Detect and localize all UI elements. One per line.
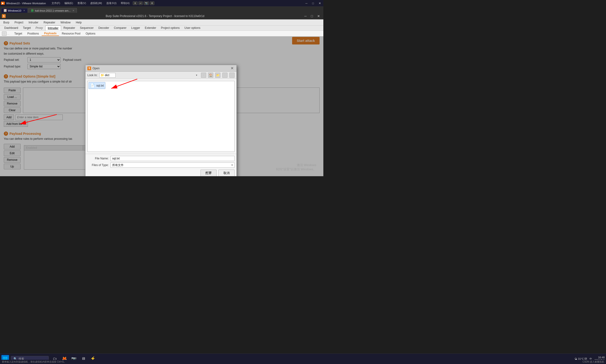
dialog-title: Open bbox=[93, 67, 230, 70]
close-vmware[interactable]: ✕ bbox=[317, 1, 323, 5]
minimize-app[interactable]: ─ bbox=[303, 14, 308, 18]
tab-repeater[interactable]: Repeater bbox=[61, 26, 77, 30]
tab-logger[interactable]: Logger bbox=[129, 26, 142, 30]
nav-help[interactable]: Help bbox=[73, 20, 84, 25]
dialog-close-button[interactable]: ✕ bbox=[230, 66, 235, 70]
tab-extender[interactable]: Extender bbox=[143, 26, 159, 30]
subtab-target[interactable]: Target bbox=[12, 31, 24, 36]
dialog-cancel-button[interactable]: 取消 bbox=[218, 169, 235, 176]
subtab-options[interactable]: Options bbox=[83, 31, 98, 36]
tab-proxy[interactable]: Proxy bbox=[33, 26, 45, 30]
app-window-controls: ─ □ ✕ bbox=[303, 14, 322, 18]
menu-help[interactable]: 帮助(H) bbox=[120, 1, 130, 5]
subtab-resource-pool[interactable]: Resource Pool bbox=[59, 31, 83, 36]
vmware-title: Windows10 - VMware Workstation bbox=[6, 2, 46, 5]
dialog-toolbar: Look In: 📁 dict ⬆ 🏠 📁 ⊞ ☰ bbox=[85, 72, 236, 79]
filename-input[interactable] bbox=[110, 156, 235, 161]
minimize-vmware[interactable]: ─ bbox=[304, 1, 309, 5]
tab-sequencer[interactable]: Sequencer bbox=[77, 26, 96, 30]
app-navbar: Burp Project Intruder Repeater Window He… bbox=[0, 19, 323, 26]
dialog-action-buttons: 打开 取消 bbox=[87, 169, 235, 176]
tab-decoder[interactable]: Decoder bbox=[96, 26, 111, 30]
tab-windows10[interactable]: 🪟 Windows10 ✕ bbox=[1, 8, 28, 13]
tab-kali-label: kali-linux-2022.1-vmware-am... bbox=[35, 9, 70, 12]
filetype-row: Files of Type: 所有文件 bbox=[87, 162, 235, 168]
toolbar-folder-up-icon[interactable]: ⬆ bbox=[201, 73, 206, 78]
toolbar-view-icons-icon[interactable]: ⊞ bbox=[222, 73, 228, 78]
vmware-taskbar: ▶ Windows10 - VMware Workstation 文件(F) 编… bbox=[0, 0, 323, 7]
file-name-sql: sql.txt bbox=[96, 84, 104, 87]
burp-app-icon: $ bbox=[2, 14, 6, 18]
menu-view[interactable]: 查看(V) bbox=[77, 1, 87, 5]
dialog-titlebar: $ Open ✕ bbox=[85, 65, 236, 72]
vmware-toolbar: ⏸ ↩ 📷 ⚙ bbox=[133, 1, 154, 5]
tab-windows10-label: Windows10 bbox=[8, 9, 21, 12]
tab-kali-close[interactable]: ✕ bbox=[72, 9, 74, 12]
subtab-positions[interactable]: Positions bbox=[25, 31, 41, 36]
content-area: Start attack ? Payload Sets You can defi… bbox=[0, 36, 323, 176]
tab-windows10-close[interactable]: ✕ bbox=[23, 9, 25, 12]
filetype-label: Files of Type: bbox=[87, 163, 109, 167]
vmware-logo: ▶ bbox=[1, 2, 5, 5]
nav-intruder[interactable]: Intruder bbox=[26, 20, 41, 25]
file-open-dialog: $ Open ✕ Look In: 📁 dict ⬆ 🏠 📁 ⊞ bbox=[85, 65, 237, 176]
tab-user-options[interactable]: User options bbox=[182, 26, 203, 30]
toolbar-pause[interactable]: ⏸ bbox=[133, 1, 137, 5]
toolbar-view-list-icon[interactable]: ☰ bbox=[229, 73, 235, 78]
tab-dashboard[interactable]: Dashboard bbox=[2, 26, 21, 30]
toolbar-home-icon[interactable]: 🏠 bbox=[208, 73, 213, 78]
menu-edit[interactable]: 编辑(E) bbox=[63, 1, 74, 5]
dialog-bottom: File Name: Files of Type: 所有文件 打开 取 bbox=[85, 154, 236, 176]
filename-label: File Name: bbox=[87, 157, 109, 160]
toolbar-refresh[interactable]: ↩ bbox=[138, 1, 143, 5]
tab-comparer[interactable]: Comparer bbox=[111, 26, 129, 30]
browser-tabs-bar: 🪟 Windows10 ✕ 🐉 kali-linux-2022.1-vmware… bbox=[0, 7, 323, 13]
maximize-vmware[interactable]: □ bbox=[311, 1, 315, 5]
nav-burp[interactable]: Burp bbox=[1, 20, 12, 25]
close-app[interactable]: ✕ bbox=[316, 14, 322, 18]
sub-tabs-bar: 5 ... Target Positions Payloads Resource… bbox=[0, 31, 323, 36]
toolbar-snapshot[interactable]: 📷 bbox=[144, 1, 149, 5]
vmware-window-controls: ─ □ ✕ bbox=[304, 1, 323, 5]
maximize-app[interactable]: □ bbox=[310, 14, 314, 18]
look-in-select[interactable]: 📁 dict bbox=[99, 73, 116, 78]
nav-project[interactable]: Project bbox=[12, 20, 26, 25]
dialog-icon: $ bbox=[87, 66, 91, 70]
app-title: Burp Suite Professional v2021.6 - Tempor… bbox=[7, 14, 303, 18]
nav-repeater[interactable]: Repeater bbox=[41, 20, 57, 25]
menu-vm[interactable]: 虚拟机(M) bbox=[89, 1, 103, 5]
menu-file[interactable]: 文件(F) bbox=[51, 1, 61, 5]
look-in-wrapper: 📁 dict bbox=[99, 73, 199, 78]
look-in-label: Look In: bbox=[87, 74, 97, 77]
burp-app-window: $ Burp Suite Professional v2021.6 - Temp… bbox=[0, 13, 323, 171]
nav-window[interactable]: Window bbox=[58, 20, 73, 25]
file-dialog-overlay: $ Open ✕ Look In: 📁 dict ⬆ 🏠 📁 ⊞ bbox=[0, 36, 323, 176]
filetype-select[interactable]: 所有文件 bbox=[110, 162, 235, 168]
tab-intruder[interactable]: Intruder bbox=[45, 26, 61, 30]
tab-dots: ... bbox=[7, 32, 10, 35]
toolbar-create-folder-icon[interactable]: 📁 bbox=[215, 73, 220, 78]
filetype-select-wrapper: 所有文件 bbox=[110, 162, 235, 168]
file-icon-sql: 📄 bbox=[90, 83, 95, 88]
file-item-sql[interactable]: 📄 sql.txt bbox=[89, 82, 105, 89]
main-tabs-bar: Dashboard Target Proxy Intruder Repeater… bbox=[0, 26, 323, 31]
filename-row: File Name: bbox=[87, 156, 235, 161]
dialog-file-browser: 📄 sql.txt bbox=[87, 81, 235, 152]
subtab-payloads[interactable]: Payloads bbox=[42, 31, 59, 36]
tab-windows10-icon: 🪟 bbox=[3, 9, 7, 12]
tab-kali[interactable]: 🐉 kali-linux-2022.1-vmware-am... ✕ bbox=[28, 8, 77, 13]
toolbar-settings[interactable]: ⚙ bbox=[150, 1, 154, 5]
tab-target[interactable]: Target bbox=[21, 26, 33, 30]
tab-project-options[interactable]: Project options bbox=[159, 26, 182, 30]
app-titlebar: $ Burp Suite Professional v2021.6 - Temp… bbox=[0, 13, 323, 19]
dialog-open-button[interactable]: 打开 bbox=[201, 169, 216, 176]
tab-number[interactable]: 5 bbox=[2, 31, 7, 36]
tab-kali-icon: 🐉 bbox=[31, 9, 34, 12]
menu-tabs[interactable]: 选项卡(I) bbox=[105, 1, 117, 5]
vmware-menu: 文件(F) 编辑(E) 查看(V) 虚拟机(M) 选项卡(I) 帮助(H) bbox=[51, 1, 131, 5]
